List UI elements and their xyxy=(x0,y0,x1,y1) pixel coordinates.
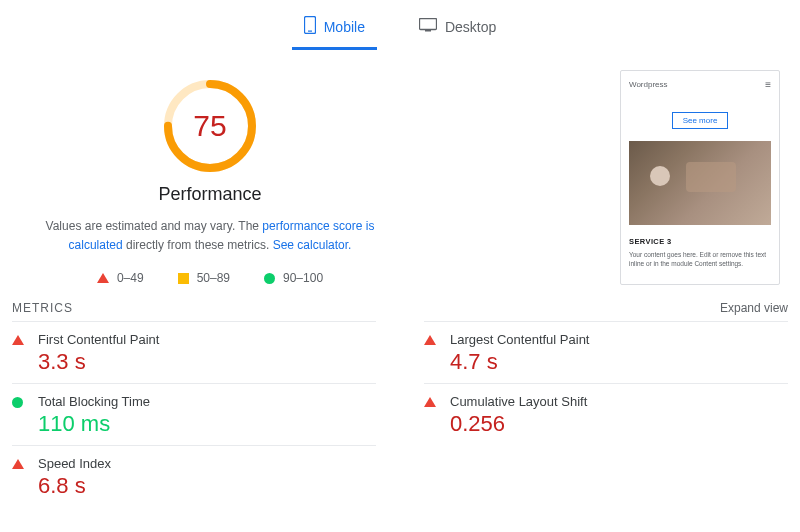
hamburger-icon: ≡ xyxy=(765,79,771,90)
metric-name: First Contentful Paint xyxy=(38,332,376,347)
tab-desktop[interactable]: Desktop xyxy=(407,8,508,50)
svg-rect-1 xyxy=(308,31,312,32)
metrics-header-row: METRICS Expand view xyxy=(0,285,800,321)
metric-value: 3.3 s xyxy=(38,349,376,375)
tab-desktop-label: Desktop xyxy=(445,19,496,35)
phone-title: Wordpress xyxy=(629,80,668,89)
performance-label: Performance xyxy=(158,184,261,205)
legend-good-label: 90–100 xyxy=(283,271,323,285)
phone-section-desc: Your content goes here. Edit or remove t… xyxy=(629,250,771,268)
circle-green-icon xyxy=(264,273,275,284)
performance-gauge: 75 xyxy=(162,78,258,174)
metric-row: Speed Index6.8 s xyxy=(12,445,376,507)
square-orange-icon xyxy=(178,273,189,284)
metric-row: First Contentful Paint3.3 s xyxy=(12,321,376,383)
metric-body: Cumulative Layout Shift0.256 xyxy=(450,394,788,437)
performance-description: Values are estimated and may vary. The p… xyxy=(30,217,390,255)
calculator-link[interactable]: See calculator. xyxy=(273,238,352,252)
metric-name: Largest Contentful Paint xyxy=(450,332,788,347)
phone-cta-button: See more xyxy=(672,112,729,129)
summary-row: 75 Performance Values are estimated and … xyxy=(0,50,800,285)
phone-section-title: SERVICE 3 xyxy=(629,237,771,246)
triangle-red-icon xyxy=(424,332,438,375)
metric-body: Speed Index6.8 s xyxy=(38,456,376,499)
metric-body: Total Blocking Time110 ms xyxy=(38,394,376,437)
legend-ok-label: 50–89 xyxy=(197,271,230,285)
triangle-red-icon xyxy=(12,456,26,499)
mobile-icon xyxy=(304,16,316,37)
metrics-grid: First Contentful Paint3.3 sLargest Conte… xyxy=(0,321,800,507)
phone-header: Wordpress ≡ xyxy=(629,79,771,90)
legend-good: 90–100 xyxy=(264,271,323,285)
phone-mock: Wordpress ≡ See more SERVICE 3 Your cont… xyxy=(620,70,780,285)
circle-green-icon xyxy=(12,394,26,437)
triangle-red-icon xyxy=(424,394,438,437)
metric-value: 110 ms xyxy=(38,411,376,437)
triangle-red-icon xyxy=(12,332,26,375)
expand-view-link[interactable]: Expand view xyxy=(720,301,788,315)
metric-value: 6.8 s xyxy=(38,473,376,499)
score-legend: 0–49 50–89 90–100 xyxy=(97,271,323,285)
desc-text-2: directly from these metrics. xyxy=(123,238,273,252)
svg-rect-2 xyxy=(419,19,436,30)
metrics-heading: METRICS xyxy=(12,301,73,315)
legend-ok: 50–89 xyxy=(178,271,230,285)
metric-row: Cumulative Layout Shift0.256 xyxy=(424,383,788,445)
metric-body: Largest Contentful Paint4.7 s xyxy=(450,332,788,375)
legend-poor: 0–49 xyxy=(97,271,144,285)
legend-poor-label: 0–49 xyxy=(117,271,144,285)
desktop-icon xyxy=(419,18,437,35)
svg-rect-3 xyxy=(425,30,431,32)
device-tabs: Mobile Desktop xyxy=(0,0,800,50)
phone-image xyxy=(629,141,771,225)
metric-value: 0.256 xyxy=(450,411,788,437)
desc-text: Values are estimated and may vary. The xyxy=(46,219,263,233)
tab-mobile-label: Mobile xyxy=(324,19,365,35)
screenshot-preview: Wordpress ≡ See more SERVICE 3 Your cont… xyxy=(434,70,790,285)
metric-row: Largest Contentful Paint4.7 s xyxy=(424,321,788,383)
gauge-column: 75 Performance Values are estimated and … xyxy=(10,70,410,285)
metric-value: 4.7 s xyxy=(450,349,788,375)
tab-mobile[interactable]: Mobile xyxy=(292,8,377,50)
metric-name: Total Blocking Time xyxy=(38,394,376,409)
metric-body: First Contentful Paint3.3 s xyxy=(38,332,376,375)
triangle-red-icon xyxy=(97,273,109,283)
metric-name: Cumulative Layout Shift xyxy=(450,394,788,409)
metric-row: Total Blocking Time110 ms xyxy=(12,383,376,445)
metric-name: Speed Index xyxy=(38,456,376,471)
performance-score: 75 xyxy=(162,78,258,174)
